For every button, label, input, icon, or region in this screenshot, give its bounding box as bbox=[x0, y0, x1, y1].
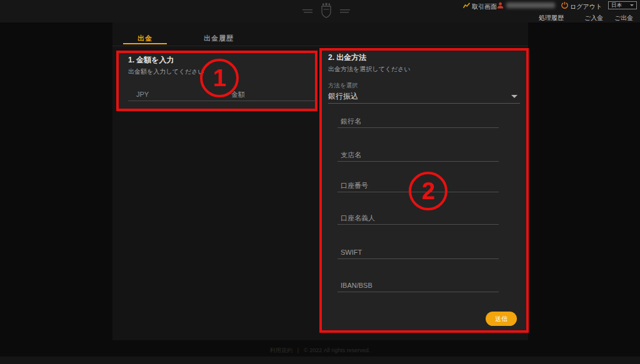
dropdown-arrow-icon bbox=[511, 95, 518, 98]
top-header: 取引画面 ログアウト 日本 処理履歴 ご入金 ご出金 bbox=[0, 0, 640, 22]
nav-deposit[interactable]: ご入金 bbox=[584, 14, 603, 22]
method-section-title: 2. 出金方法 bbox=[328, 52, 366, 63]
active-tab-underline bbox=[123, 43, 167, 44]
nav-trading-screen[interactable]: 取引画面 bbox=[472, 2, 497, 11]
tab-withdrawal[interactable]: 出金 bbox=[123, 34, 167, 43]
footer: 利用規約|© 2022 All rights reserved. bbox=[0, 347, 640, 355]
submit-button[interactable]: 送信 bbox=[486, 312, 517, 326]
chevron-down-icon bbox=[630, 4, 634, 6]
account-number-input[interactable] bbox=[338, 179, 499, 192]
method-section-subtitle: 出金方法を選択してください bbox=[328, 65, 411, 74]
footer-strip bbox=[0, 357, 640, 364]
nav-processing-history[interactable]: 処理履歴 bbox=[539, 14, 564, 22]
footer-terms-link[interactable]: 利用規約 bbox=[270, 347, 292, 353]
tab-divider bbox=[112, 46, 528, 46]
method-select-label: 方法を選択 bbox=[328, 82, 358, 90]
account-holder-input[interactable] bbox=[338, 211, 499, 225]
trading-chart-icon bbox=[463, 2, 470, 9]
language-select-value: 日本 bbox=[609, 2, 630, 9]
bank-name-input[interactable] bbox=[338, 114, 499, 128]
amount-section-title: 1. 金額を入力 bbox=[128, 55, 174, 66]
iban-bsb-input[interactable] bbox=[338, 278, 499, 292]
method-select-value: 銀行振込 bbox=[328, 92, 358, 101]
footer-copyright: © 2022 All rights reserved. bbox=[304, 347, 370, 353]
tab-withdrawal-history[interactable]: 出金履歴 bbox=[188, 34, 250, 43]
brand-shield-logo bbox=[302, 2, 350, 19]
branch-name-input[interactable] bbox=[338, 148, 499, 162]
swift-input[interactable] bbox=[338, 245, 499, 259]
user-icon bbox=[497, 2, 504, 9]
logout-power-icon bbox=[561, 2, 568, 9]
nav-withdrawal[interactable]: ご出金 bbox=[614, 14, 633, 22]
logout-button[interactable]: ログアウト bbox=[570, 2, 602, 11]
method-select[interactable]: 銀行振込 bbox=[328, 90, 520, 104]
amount-section-subtitle: 出金額を入力してください bbox=[128, 67, 204, 76]
user-email-blurred bbox=[506, 2, 555, 8]
amount-input[interactable] bbox=[230, 87, 316, 101]
language-select[interactable]: 日本 bbox=[608, 1, 637, 9]
footer-divider: | bbox=[292, 347, 304, 353]
